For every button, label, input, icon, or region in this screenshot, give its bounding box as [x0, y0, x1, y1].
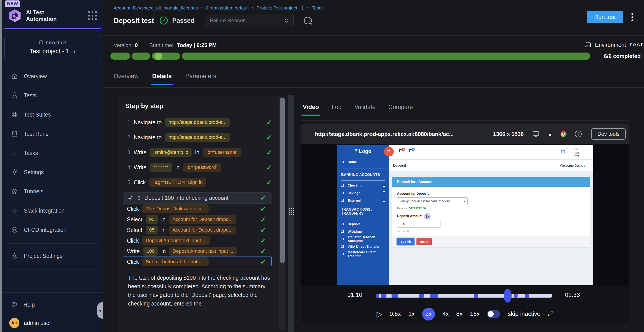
check-icon: ✓: [266, 148, 272, 156]
step-row[interactable]: ClickDeposit Amount text input ...✓: [123, 235, 272, 246]
tab-overview[interactable]: Overview: [114, 73, 138, 85]
tab-details[interactable]: Details: [152, 73, 172, 85]
breadcrumb-item[interactable]: Account: Devspace_all_module_licenses: [114, 5, 198, 10]
tab-parameters[interactable]: Parameters: [186, 73, 216, 85]
skip-inactive-toggle[interactable]: [487, 310, 500, 318]
reset-button[interactable]: Reset: [416, 238, 432, 245]
step-value-chip: ********: [150, 163, 172, 172]
breadcrumb-item[interactable]: Organization: default: [206, 5, 249, 10]
project-selector[interactable]: PROJECT Test project - 1 ›: [4, 36, 101, 59]
step-row[interactable]: Write100inDeposit Amount text input ...✓: [123, 246, 272, 256]
bank-nav-item-transfer-between-accounts[interactable]: Transfer Between Accounts: [337, 235, 389, 242]
current-time: 01:10: [348, 292, 362, 298]
step-row[interactable]: 3Writejsmith@demo.ioinId="username"✓: [125, 147, 272, 158]
scrollbar-thumb[interactable]: [280, 98, 285, 263]
sidebar-item-overview[interactable]: Overview: [2, 71, 103, 82]
bank-nav-item-visa-direct-transfer[interactable]: VISA Direct Transfer: [337, 242, 389, 250]
step-row[interactable]: Select95inAccount for Deposit dropd...✓: [123, 214, 272, 225]
step-value-chip: http://stage.dbank.prod-a...: [165, 133, 230, 142]
step-row[interactable]: ClickSubmit button at the botto...✓: [123, 256, 272, 267]
progress-segment: [152, 52, 180, 60]
square-bullet-icon: [341, 230, 344, 233]
square-toggle-icon[interactable]: [383, 192, 385, 194]
app-launcher-icon[interactable]: [88, 11, 97, 20]
play-icon[interactable]: ▷: [377, 310, 382, 318]
failure-reason-select[interactable]: Failure Reason: [205, 14, 294, 27]
step-value-chip: jsmith@demo.io: [150, 148, 192, 157]
monitor-icon[interactable]: [532, 130, 540, 138]
step-selector-chip: Deposit Amount text input ...: [142, 236, 210, 245]
speed-button-2x[interactable]: 2x: [422, 308, 435, 320]
more-menu-icon[interactable]: [630, 12, 634, 22]
panel-resize-handle[interactable]: [288, 95, 294, 332]
window-badge-icon[interactable]: 0: [399, 149, 403, 152]
step-selector-chip: Submit button at the botto...: [142, 258, 208, 266]
user-menu[interactable]: AU admin user: [2, 318, 103, 328]
square-toggle-icon[interactable]: [383, 199, 385, 202]
window-edge: [0, 0, 2, 332]
environment-value: test: [630, 42, 644, 48]
video-tab-video[interactable]: Video: [303, 104, 319, 116]
bank-nav-item-home[interactable]: Home: [337, 158, 389, 166]
step-row[interactable]: 4Write********inId="password"✓: [125, 162, 272, 172]
sidebar-item-slack-integration[interactable]: Slack integration: [2, 205, 103, 216]
window-badge-icon[interactable]: 0: [409, 149, 413, 152]
step-selector-chip: Tag="BUTTON" Sign in: [149, 178, 206, 187]
app-screenshot: Logo HomeBANKING ACCOUNTSCheckingSavings…: [337, 145, 593, 285]
sidebar-item-tunnels[interactable]: Tunnels: [2, 186, 103, 197]
sidebar-item-label: Slack integration: [24, 208, 65, 214]
user-avatar-broken-image[interactable]: User Avat: [571, 148, 581, 158]
video-tab-log[interactable]: Log: [332, 104, 342, 116]
step-row[interactable]: 5ClickTag="BUTTON" Sign in✓: [125, 177, 272, 188]
bank-nav-item-deposit[interactable]: Deposit: [337, 220, 389, 228]
square-toggle-icon[interactable]: [383, 184, 385, 187]
bank-nav-item-withdraw[interactable]: Withdraw: [337, 228, 389, 235]
comment-icon[interactable]: [303, 16, 312, 26]
scrubber-handle[interactable]: [504, 289, 512, 303]
sidebar-item-tasks[interactable]: Tasks: [2, 148, 103, 158]
fullscreen-icon[interactable]: ⤢: [548, 310, 553, 318]
sidebar-item-settings[interactable]: Settings: [2, 167, 103, 178]
speed-button-4x[interactable]: 4x: [442, 310, 449, 318]
speed-button-1x[interactable]: 1x: [408, 310, 415, 318]
breadcrumb-item[interactable]: Project: Test project - 1: [257, 5, 304, 10]
bank-nav-item-savings[interactable]: Savings: [337, 189, 389, 196]
speed-button-16x[interactable]: 16x: [470, 310, 480, 318]
video-scrubber[interactable]: [376, 294, 552, 298]
account-select[interactable]: Family Checking (Standard Checking)▾: [397, 197, 468, 205]
bank-nav-label: External: [348, 198, 360, 202]
bank-nav-item-checking[interactable]: Checking: [337, 182, 389, 189]
header-actions: Run test: [587, 10, 634, 24]
speed-button-8x[interactable]: 8x: [456, 310, 462, 318]
breadcrumb-item[interactable]: Tests: [312, 5, 323, 10]
submit-button[interactable]: Submit: [397, 238, 414, 245]
sidebar-item-help[interactable]: ? Help: [2, 301, 103, 308]
columns-icon: [11, 130, 18, 137]
deposit-card-header: Deposit into Account: [392, 177, 590, 187]
video-tab-validate[interactable]: Validate: [354, 104, 376, 116]
step-row[interactable]: ClickThe 'Deposit' link with a si...✓: [123, 204, 272, 214]
check-icon: ✓: [266, 134, 272, 141]
info-icon[interactable]: [574, 130, 582, 138]
speed-button-0-5x[interactable]: 0.5x: [390, 310, 401, 318]
bank-nav-item-external[interactable]: External: [337, 196, 389, 204]
step-row[interactable]: 2Navigate tohttp://stage.dbank.prod-a...…: [125, 132, 272, 142]
checkbox-icon[interactable]: [562, 150, 564, 153]
sidebar-item-test-suites[interactable]: Test Suites: [2, 109, 103, 120]
step-action: Click: [134, 179, 146, 186]
deposit-amount-input[interactable]: 100: [397, 220, 441, 228]
bank-nav-item-mastercard-direct-transfer[interactable]: Mastercard Direct Transfer: [337, 250, 389, 258]
run-test-button[interactable]: Run test: [587, 10, 623, 24]
sidebar-item-tests[interactable]: Tests: [2, 90, 103, 101]
sidebar-item-test-runs[interactable]: Test Runs: [2, 128, 103, 139]
sidebar-item-project-settings[interactable]: Project Settings: [2, 250, 103, 261]
step-group-header[interactable]: 6 Deposit 100 into checking account ✓: [123, 192, 272, 204]
step-action: Write: [134, 164, 146, 171]
sidebar-item-ci-cd-integration[interactable]: CI-CD integration: [2, 224, 103, 235]
step-row[interactable]: Select95inAccount for Deposit dropd...✓: [123, 225, 272, 235]
video-tab-compare[interactable]: Compare: [388, 104, 413, 116]
devtools-button[interactable]: Dev tools: [591, 128, 626, 140]
step-row[interactable]: 1Navigate tohttp://stage.dbank.prod-a...…: [125, 117, 272, 127]
divider: [341, 219, 385, 219]
home-icon: [11, 72, 18, 80]
